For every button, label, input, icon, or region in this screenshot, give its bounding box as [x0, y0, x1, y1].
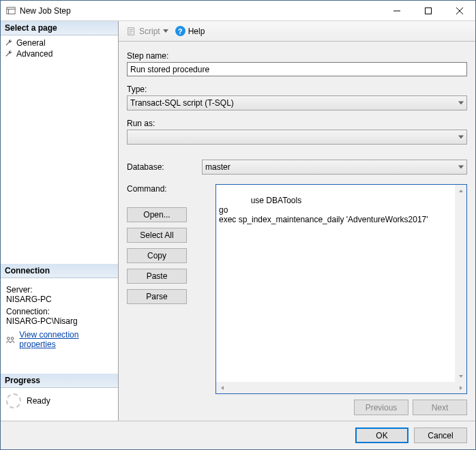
script-label: Script: [139, 27, 160, 36]
help-icon: ?: [175, 26, 185, 36]
copy-button[interactable]: Copy: [127, 248, 187, 263]
paste-button[interactable]: Paste: [127, 269, 187, 284]
type-value: Transact-SQL script (T-SQL): [130, 98, 234, 108]
help-label: Help: [188, 27, 205, 36]
connection-icon: [6, 335, 15, 344]
connection-label: Connection:: [6, 307, 113, 316]
wrench-icon: [5, 50, 13, 58]
page-advanced[interactable]: Advanced: [5, 48, 118, 59]
chevron-down-icon: [163, 29, 168, 33]
server-value: NISARG-PC: [6, 295, 113, 304]
parse-button[interactable]: Parse: [127, 289, 187, 304]
cancel-button[interactable]: Cancel: [414, 427, 467, 443]
app-icon: [6, 6, 16, 16]
command-textarea[interactable]: use DBATools go exec sp_index_maintenanc…: [215, 184, 467, 394]
titlebar: New Job Step: [1, 1, 475, 21]
ok-button[interactable]: OK: [355, 427, 408, 443]
progress-spinner-icon: [6, 393, 21, 408]
svg-rect-4: [426, 7, 432, 14]
command-label: Command:: [127, 184, 202, 194]
progress-header: Progress: [1, 374, 118, 388]
main-panel: Script ? Help Step name: Type: Transact-…: [118, 21, 475, 421]
close-button[interactable]: [444, 1, 475, 20]
page-general[interactable]: General: [5, 38, 118, 48]
next-button: Next: [413, 400, 467, 415]
database-select[interactable]: master: [202, 160, 467, 175]
connection-header: Connection: [1, 264, 118, 278]
dialog-footer: OK Cancel: [1, 421, 475, 449]
window-title: New Job Step: [20, 6, 71, 16]
maximize-button[interactable]: [413, 1, 444, 20]
svg-point-8: [11, 338, 14, 340]
server-label: Server:: [6, 285, 113, 295]
svg-point-7: [7, 338, 10, 340]
page-label: General: [16, 38, 46, 48]
scroll-left-icon: [216, 382, 228, 393]
database-label: Database:: [127, 162, 181, 172]
scroll-up-icon: [455, 185, 466, 196]
select-page-header: Select a page: [1, 21, 118, 35]
script-icon: [127, 27, 136, 36]
progress-status: Ready: [27, 396, 50, 406]
chevron-down-icon: [458, 136, 464, 139]
select-all-button[interactable]: Select All: [127, 228, 187, 243]
sidebar: Select a page General Advanced Connectio…: [1, 21, 118, 421]
view-connection-properties-link[interactable]: View connection properties: [19, 330, 113, 349]
command-text: use DBATools go exec sp_index_maintenanc…: [219, 196, 428, 224]
type-label: Type:: [127, 85, 467, 94]
step-name-label: Step name:: [127, 51, 467, 61]
svg-rect-0: [7, 7, 15, 14]
help-button[interactable]: ? Help: [175, 26, 205, 36]
run-as-label: Run as:: [127, 119, 467, 128]
connection-value: NISARG-PC\Nisarg: [6, 316, 113, 326]
page-label: Advanced: [16, 49, 53, 59]
database-value: master: [205, 162, 230, 172]
dialog-window: New Job Step Select a page General Advan…: [0, 0, 476, 450]
script-button[interactable]: Script: [124, 25, 171, 38]
previous-button: Previous: [354, 400, 408, 415]
wrench-icon: [5, 39, 13, 47]
chevron-down-icon: [458, 102, 464, 105]
minimize-button[interactable]: [381, 1, 413, 20]
open-button[interactable]: Open...: [127, 207, 187, 222]
toolbar: Script ? Help: [119, 21, 475, 42]
horizontal-scrollbar[interactable]: [216, 382, 466, 393]
chevron-down-icon: [458, 166, 464, 169]
type-select[interactable]: Transact-SQL script (T-SQL): [127, 95, 467, 110]
run-as-select[interactable]: [127, 130, 467, 145]
scroll-down-icon: [455, 370, 466, 382]
vertical-scrollbar[interactable]: [455, 185, 466, 382]
scroll-right-icon: [455, 382, 466, 393]
step-name-input[interactable]: [127, 62, 467, 76]
